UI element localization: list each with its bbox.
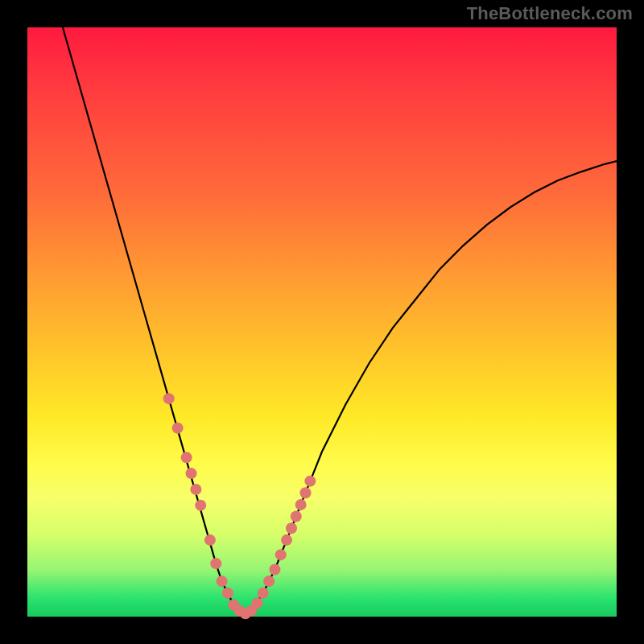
- highlight-marker: [281, 535, 292, 546]
- highlight-marker: [217, 576, 228, 587]
- plot-area: [27, 27, 617, 617]
- highlight-marker: [300, 487, 312, 498]
- highlight-marker: [204, 535, 216, 546]
- highlight-marker: [263, 576, 275, 587]
- chart-container: TheBottleneck.com: [0, 0, 644, 644]
- highlight-marker: [181, 452, 192, 463]
- highlight-marker: [172, 423, 184, 434]
- highlight-marker: [163, 393, 175, 404]
- bottleneck-curve: [63, 27, 617, 613]
- chart-svg: [27, 27, 617, 617]
- watermark-text: TheBottleneck.com: [467, 3, 633, 24]
- highlight-marker: [251, 597, 262, 609]
- highlight-marker: [304, 476, 316, 487]
- highlight-marker: [295, 499, 307, 510]
- highlight-marker: [275, 549, 287, 560]
- highlight-marker: [195, 500, 206, 511]
- highlight-marker: [186, 468, 197, 479]
- highlight-marker: [291, 511, 302, 522]
- highlight-marker: [286, 522, 297, 534]
- highlight-marker-group: [163, 393, 316, 619]
- highlight-marker: [222, 588, 233, 599]
- highlight-marker: [269, 564, 280, 575]
- highlight-marker: [258, 588, 269, 599]
- highlight-marker: [210, 558, 221, 569]
- highlight-marker: [190, 484, 201, 495]
